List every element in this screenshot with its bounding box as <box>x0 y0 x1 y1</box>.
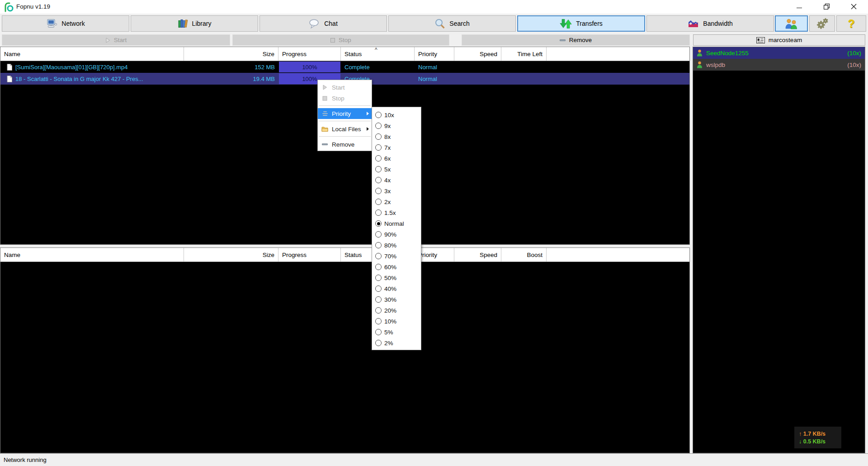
tab-transfers[interactable]: Transfers <box>517 15 645 32</box>
menu-item-start[interactable]: Start <box>318 82 372 93</box>
column-header[interactable]: Name <box>0 248 184 262</box>
tab-bandwidth[interactable]: Bandwidth <box>646 15 774 32</box>
upload-speed: ↑ 1.7 KB/s <box>799 431 841 437</box>
peer-name: SeedNode1255 <box>706 50 844 57</box>
column-header[interactable]: Name <box>0 47 184 61</box>
priority-option[interactable]: 1.5x <box>372 207 421 218</box>
column-header[interactable]: Speed <box>454 47 501 61</box>
radio-icon <box>375 209 382 216</box>
column-header[interactable] <box>547 248 689 262</box>
priority-option[interactable]: 2% <box>372 338 421 348</box>
priority-option[interactable]: 3x <box>372 185 421 196</box>
priority-option[interactable]: 10% <box>372 316 421 327</box>
priority-option[interactable]: 20% <box>372 305 421 316</box>
priority-option[interactable]: 80% <box>372 240 421 251</box>
priority-cell: Normal <box>415 73 454 85</box>
menu-item-stop[interactable]: Stop <box>318 93 372 104</box>
priority-option[interactable]: 8x <box>372 131 421 142</box>
column-header[interactable]: Status <box>341 47 415 61</box>
priority-option[interactable]: 9x <box>372 120 421 131</box>
menu-separator <box>319 121 371 121</box>
priority-option[interactable]: 5% <box>372 327 421 338</box>
window-title: Fopnu v1.19 <box>16 3 50 10</box>
radio-icon <box>375 318 382 324</box>
users-button[interactable] <box>775 15 808 32</box>
priority-option[interactable]: 70% <box>372 251 421 262</box>
priority-option[interactable]: 2x <box>372 196 421 207</box>
column-header[interactable]: Progress <box>278 47 341 61</box>
menu-item-priority[interactable]: Priority <box>318 108 372 119</box>
tab-library[interactable]: Library <box>131 15 258 32</box>
priority-option[interactable]: 50% <box>372 272 421 283</box>
remove-button[interactable]: Remove <box>462 34 690 46</box>
library-icon <box>178 19 188 29</box>
start-button-label: Start <box>114 37 127 43</box>
submenu-arrow-icon <box>367 127 369 131</box>
table-row[interactable]: [SumiSora][Maousama][01][GB][720p].mp4 1… <box>0 61 689 73</box>
tab-chat[interactable]: Chat <box>259 15 387 32</box>
radio-icon <box>375 264 382 270</box>
priority-option[interactable]: 10x <box>372 109 421 120</box>
content-area: Name Size Progress Status Priority Speed… <box>0 47 868 453</box>
peer-row[interactable]: SeedNode1255 (10x) <box>693 47 865 59</box>
transfer-toolbar: Start Stop Remove marcosteam <box>0 34 868 47</box>
context-menu: Start Stop Priority Local Files <box>317 80 372 151</box>
stop-button[interactable]: Stop <box>232 34 449 46</box>
priority-option[interactable]: 30% <box>372 294 421 305</box>
file-name: [SumiSora][Maousama][01][GB][720p].mp4 <box>15 64 128 71</box>
priority-option[interactable]: 90% <box>372 229 421 240</box>
radio-icon <box>375 253 382 259</box>
settings-button[interactable] <box>809 15 835 32</box>
peer-row[interactable]: wslpdb (10x) <box>693 59 865 71</box>
column-header[interactable]: Size <box>184 248 278 262</box>
column-header[interactable] <box>547 47 689 61</box>
folder-icon <box>321 126 328 132</box>
down-arrow-icon: ↓ <box>799 438 802 445</box>
radio-icon <box>375 231 382 238</box>
radio-icon <box>375 155 382 162</box>
app-logo-icon <box>4 2 14 14</box>
submenu-arrow-icon <box>367 112 369 115</box>
remove-button-label: Remove <box>569 37 592 43</box>
priority-option[interactable]: 7x <box>372 142 421 153</box>
priority-option[interactable]: 4x <box>372 175 421 185</box>
downloads-table-header: Name Size Progress Status Priority Speed… <box>0 47 689 61</box>
priority-option[interactable]: 60% <box>372 262 421 272</box>
radio-icon <box>375 285 382 292</box>
column-header[interactable]: Priority <box>415 47 454 61</box>
close-button[interactable] <box>844 0 863 13</box>
peer-priority-badge: (10x) <box>847 50 861 57</box>
menu-item-remove[interactable]: Remove <box>318 139 372 150</box>
start-button[interactable]: Start <box>2 34 230 46</box>
sort-indicator: ^ <box>375 47 377 53</box>
progress-cell: 100% <box>278 61 341 73</box>
progress-value: 100% <box>302 76 317 82</box>
tab-search[interactable]: Search <box>388 15 516 32</box>
column-header[interactable]: Progress <box>278 248 341 262</box>
column-header[interactable]: Time Left <box>501 47 547 61</box>
file-icon <box>7 76 12 82</box>
priority-option[interactable]: Normal <box>372 218 421 229</box>
minimize-button[interactable] <box>789 0 809 13</box>
speed-cell <box>454 73 501 85</box>
column-header[interactable]: Boost <box>501 248 547 262</box>
radio-icon <box>375 123 382 129</box>
gear-icon <box>815 17 829 30</box>
priority-icon <box>321 111 328 116</box>
menu-item-local-files[interactable]: Local Files <box>318 124 372 134</box>
restore-button[interactable] <box>816 0 836 13</box>
person-icon <box>697 49 703 57</box>
users-icon <box>784 18 798 29</box>
tab-transfers-label: Transfers <box>576 20 603 27</box>
column-header[interactable]: Speed <box>454 248 501 262</box>
user-identity-button[interactable]: marcosteam <box>693 34 865 46</box>
column-header[interactable]: Size <box>184 47 278 61</box>
user-identity-label: marcosteam <box>769 37 802 43</box>
peer-priority-badge: (10x) <box>847 62 861 68</box>
tab-network[interactable]: Network <box>2 15 129 32</box>
priority-option[interactable]: 40% <box>372 283 421 294</box>
priority-option[interactable]: 6x <box>372 153 421 164</box>
priority-option[interactable]: 5x <box>372 164 421 175</box>
help-button[interactable]: ? <box>836 15 866 32</box>
radio-icon <box>375 242 382 248</box>
